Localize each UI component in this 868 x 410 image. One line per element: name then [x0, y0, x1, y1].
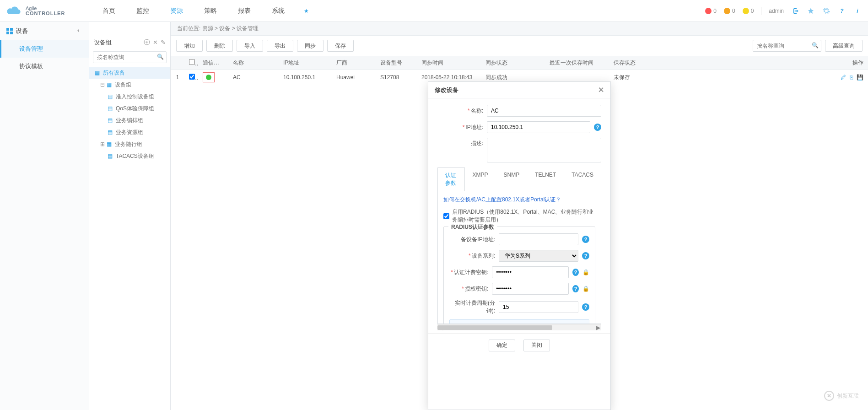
export-button[interactable]: 导出 [267, 40, 293, 52]
cloud-icon [6, 5, 22, 16]
divider [761, 7, 761, 15]
col-name[interactable]: 名称 [228, 59, 279, 67]
tab-xmpp[interactable]: XMPP [465, 167, 496, 191]
col-save-status[interactable]: 保存状态 [609, 59, 673, 67]
col-comm-status[interactable]: 通信状态 [198, 59, 228, 67]
radius-enable-checkbox[interactable] [443, 213, 449, 219]
alarm-critical[interactable]: 0 [705, 8, 717, 14]
nav-system[interactable]: 系统 [262, 0, 295, 22]
scroll-right-icon[interactable]: ▶ [595, 324, 601, 331]
delete-button[interactable]: 删除 [206, 40, 233, 52]
tree-delete-icon[interactable]: ✕ [153, 39, 158, 47]
tab-snmp[interactable]: SNMP [496, 167, 528, 191]
help-icon[interactable]: ? [582, 236, 589, 243]
series-select[interactable]: 华为S系列 [499, 250, 578, 262]
import-button[interactable]: 导入 [237, 40, 263, 52]
ip-input[interactable] [487, 121, 590, 133]
op-copy-icon[interactable]: ⎘ [850, 74, 853, 81]
op-save-icon[interactable]: 💾 [857, 74, 863, 81]
lock-icon[interactable]: 🔒 [582, 269, 589, 275]
help-icon[interactable]: ? [572, 285, 579, 292]
col-ip[interactable]: IP地址 [279, 59, 332, 67]
pin-icon[interactable] [807, 7, 815, 15]
help-icon[interactable]: ? [582, 303, 589, 311]
tree-add-icon[interactable] [144, 39, 150, 47]
sync-button[interactable]: 同步 [297, 40, 323, 52]
auth-key-input[interactable] [492, 283, 569, 295]
sidebar-header: 设备 [0, 22, 89, 40]
left-sidebar: 设备 设备管理 协议模板 [0, 22, 89, 410]
grid-header: 通信状态 名称 IP地址 厂商 设备型号 同步时间 同步状态 最近一次保存时间 … [171, 56, 868, 70]
col-op: 操作 [673, 59, 868, 67]
settings-icon[interactable] [822, 7, 830, 15]
col-model[interactable]: 设备型号 [376, 59, 417, 67]
sidebar-item-protocol-tpl[interactable]: 协议模板 [0, 58, 89, 75]
advanced-search-button[interactable]: 高级查询 [825, 40, 863, 52]
help-icon[interactable]: ? [838, 7, 846, 15]
user-name[interactable]: admin [769, 8, 784, 14]
star-icon[interactable]: ★ [296, 0, 317, 22]
search-icon[interactable]: 🔍 [157, 54, 164, 60]
cancel-button[interactable]: 关闭 [523, 340, 550, 351]
nav-report[interactable]: 报表 [228, 0, 261, 22]
name-input[interactable] [487, 105, 601, 117]
col-last-save[interactable]: 最近一次保存时间 [545, 59, 609, 67]
nav-monitor[interactable]: 监控 [126, 0, 159, 22]
op-edit-icon[interactable]: 🖉 [841, 74, 846, 81]
collapse-icon[interactable] [75, 27, 82, 35]
add-button[interactable]: 增加 [176, 40, 203, 52]
tree-node-resource[interactable]: ▤业务资源组 [89, 126, 170, 138]
alarm-minor[interactable]: 0 [743, 8, 754, 14]
alarm-major[interactable]: 0 [724, 8, 735, 14]
row-checkbox[interactable] [189, 74, 195, 80]
tree-node-tacacs[interactable]: ▤TACACS设备组 [89, 150, 170, 162]
ok-button[interactable]: 确定 [489, 340, 515, 351]
nav-policy[interactable]: 策略 [194, 0, 227, 22]
watermark-logo-icon: ✕ [824, 391, 834, 401]
info-icon[interactable]: i [853, 7, 862, 15]
acct-key-input[interactable] [492, 266, 569, 278]
cell-save-status: 未保存 [609, 74, 673, 81]
col-sync-status[interactable]: 同步状态 [481, 59, 545, 67]
name-label: *名称: [437, 107, 483, 115]
close-icon[interactable]: ✕ [598, 86, 604, 94]
col-vendor[interactable]: 厂商 [332, 59, 376, 67]
logout-icon[interactable] [791, 7, 799, 15]
watermark-text: 创新互联 [837, 392, 859, 400]
help-link[interactable]: 如何在交换机/AC上配置802.1X或者Portal认证？ [443, 196, 561, 203]
lock-icon[interactable]: 🔒 [582, 286, 589, 292]
grid-select-all[interactable] [189, 59, 195, 65]
desc-input[interactable] [487, 138, 601, 162]
col-sync-time[interactable]: 同步时间 [417, 59, 481, 67]
tree-search-input[interactable] [93, 51, 167, 63]
tree-node-device-group[interactable]: ⊟▦设备组 [89, 79, 170, 91]
tab-tacacs[interactable]: TACACS [564, 167, 601, 191]
cell-sync-time: 2018-05-22 10:18:43 [417, 74, 481, 81]
help-icon[interactable]: ? [582, 252, 589, 259]
tree-node-access-control[interactable]: ▤准入控制设备组 [89, 91, 170, 102]
sidebar-item-device-mgmt[interactable]: 设备管理 [0, 40, 89, 58]
nav-home[interactable]: 首页 [92, 0, 125, 22]
grid-search-input[interactable] [753, 40, 821, 52]
tree-node-all-devices[interactable]: ▦所有设备 [89, 67, 170, 79]
tree-node-qos[interactable]: ▤QoS体验保障组 [89, 102, 170, 114]
help-icon[interactable]: ? [572, 269, 579, 276]
realtime-input[interactable] [499, 301, 578, 313]
tab-pane-auth: 如何在交换机/AC上配置802.1X或者Portal认证？ 启用RADIUS（使… [437, 191, 601, 324]
nav-resource[interactable]: 资源 [160, 0, 193, 22]
tab-telnet[interactable]: TELNET [527, 167, 564, 191]
help-icon[interactable]: ? [594, 124, 601, 131]
tree-node-orchestration[interactable]: ▤业务编排组 [89, 114, 170, 126]
svg-rect-3 [10, 32, 13, 34]
modal-title: 修改设备 [435, 86, 458, 94]
backup-ip-input[interactable] [499, 233, 578, 245]
horizontal-scrollbar[interactable]: ◀ ▶ [437, 324, 601, 330]
cell-ip: 10.100.250.1 [279, 74, 332, 81]
save-button[interactable]: 保存 [327, 40, 354, 52]
scroll-thumb[interactable] [437, 325, 552, 330]
tree-edit-icon[interactable]: ✎ [161, 39, 166, 47]
tree-node-freemobility[interactable]: ⊞▦业务随行组 [89, 138, 170, 150]
edit-device-modal: 修改设备 ✕ *名称: *IP地址: ? 描述: [428, 81, 611, 410]
tab-auth[interactable]: 认证参数 [437, 167, 465, 191]
search-icon[interactable]: 🔍 [812, 42, 819, 49]
